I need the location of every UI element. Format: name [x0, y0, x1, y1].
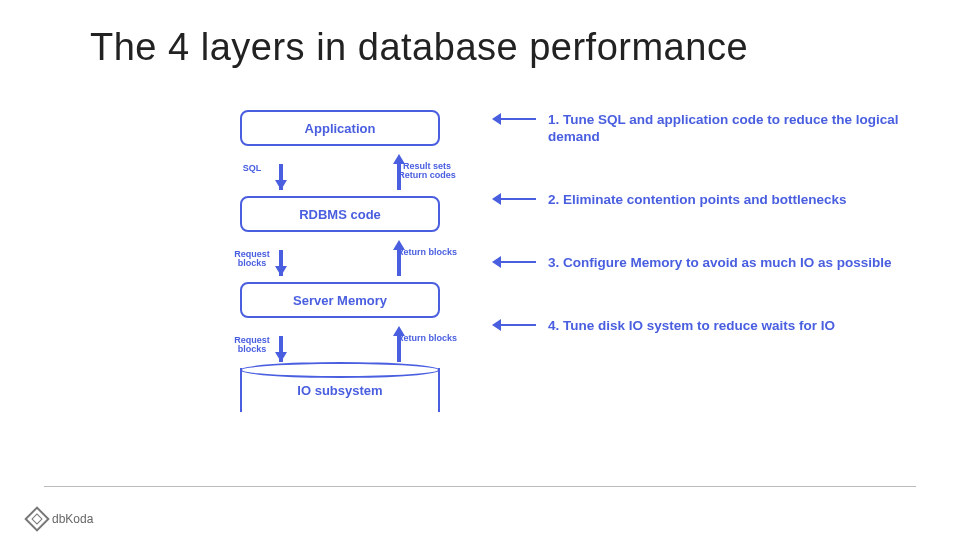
- arrow-down-icon: [275, 266, 287, 276]
- arrow-left-icon: [500, 118, 536, 120]
- layer-diagram: Application SQL Result sets Return codes…: [200, 110, 480, 412]
- arrow-left-icon: [500, 324, 536, 326]
- flow-up-label: Result sets Return codes: [396, 162, 458, 181]
- arrow-down-icon: [275, 180, 287, 190]
- flow-memory-io: Request blocks Return blocks: [200, 322, 480, 364]
- page-title: The 4 layers in database performance: [90, 26, 748, 69]
- steps-list: 1. Tune SQL and application code to redu…: [500, 112, 900, 334]
- layer-memory: Server Memory: [240, 282, 440, 318]
- step-text: 3. Configure Memory to avoid as much IO …: [548, 255, 892, 270]
- step-text: 4. Tune disk IO system to reduce waits f…: [548, 318, 835, 333]
- step-1: 1. Tune SQL and application code to redu…: [500, 112, 900, 146]
- step-text: 2. Eliminate contention points and bottl…: [548, 192, 847, 207]
- step-text: 1. Tune SQL and application code to redu…: [548, 112, 899, 144]
- arrow-down-icon: [275, 352, 287, 362]
- flow-rdbms-memory: Request blocks Return blocks: [200, 236, 480, 278]
- layer-application: Application: [240, 110, 440, 146]
- layer-io-label: IO subsystem: [297, 383, 382, 398]
- step-2: 2. Eliminate contention points and bottl…: [500, 192, 900, 209]
- flow-down-label: SQL: [222, 164, 282, 173]
- brand-logo-icon: [24, 506, 49, 531]
- layer-rdbms: RDBMS code: [240, 196, 440, 232]
- brand: dbKoda: [28, 510, 93, 528]
- arrow-left-icon: [500, 198, 536, 200]
- footer-divider: [44, 486, 916, 487]
- flow-up-label: Return blocks: [396, 334, 458, 343]
- flow-down-label: Request blocks: [222, 250, 282, 269]
- layer-io-subsystem: IO subsystem: [240, 368, 440, 412]
- flow-down-label: Request blocks: [222, 336, 282, 355]
- flow-up-label: Return blocks: [396, 248, 458, 257]
- step-4: 4. Tune disk IO system to reduce waits f…: [500, 318, 900, 335]
- arrow-left-icon: [500, 261, 536, 263]
- slide: The 4 layers in database performance App…: [0, 0, 960, 540]
- flow-app-rdbms: SQL Result sets Return codes: [200, 150, 480, 192]
- brand-text: dbKoda: [52, 512, 93, 526]
- step-3: 3. Configure Memory to avoid as much IO …: [500, 255, 900, 272]
